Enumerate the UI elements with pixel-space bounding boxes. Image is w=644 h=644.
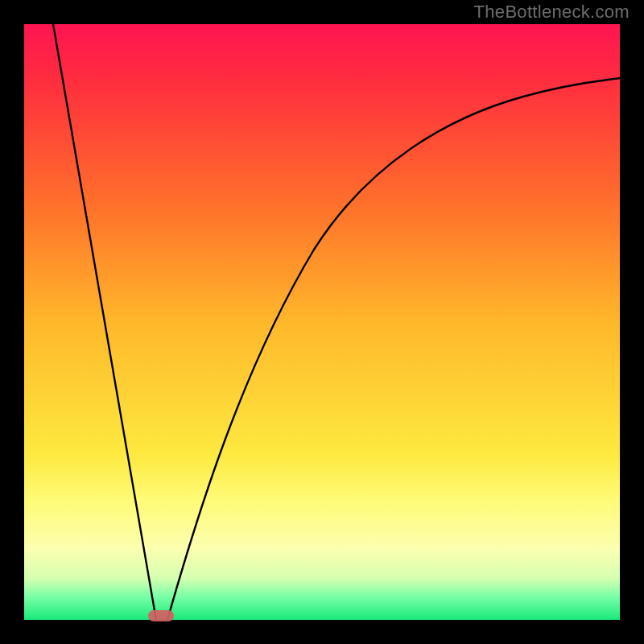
plot-area: [24, 24, 620, 620]
curve-right-branch: [167, 78, 620, 620]
bottleneck-curve: [24, 24, 620, 620]
curve-left-branch: [53, 24, 156, 620]
min-marker: [148, 610, 174, 621]
chart-frame: TheBottleneck.com: [0, 0, 644, 644]
attribution-label: TheBottleneck.com: [474, 2, 630, 23]
